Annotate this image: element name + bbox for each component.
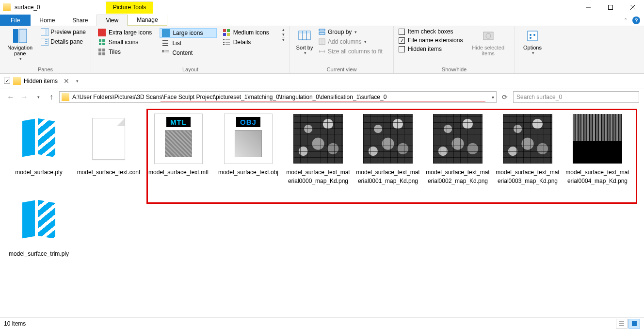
layout-medium-icons[interactable]: Medium icons (221, 28, 277, 37)
ply-icon (18, 117, 59, 161)
ribbon-tabs: File Home Share View Manage ⌃ ? (0, 15, 644, 26)
obj-icon: OBJ (224, 114, 273, 164)
svg-rect-4 (13, 29, 18, 43)
svg-rect-21 (162, 29, 170, 37)
close-button[interactable] (622, 0, 644, 15)
file-item[interactable]: model_surface_trim.ply (4, 194, 74, 258)
file-name: model_surface_trim.ply (9, 249, 69, 258)
options-button[interactable]: Options▾ (518, 27, 547, 56)
svg-rect-43 (319, 33, 325, 34)
collapse-ribbon-icon[interactable]: ⌃ (624, 17, 628, 23)
mtl-icon: MTL (154, 114, 203, 164)
item-count: 10 items (4, 320, 26, 327)
status-bar: 10 items (0, 317, 644, 329)
file-item[interactable]: model_surface.ply (4, 113, 74, 185)
tab-file[interactable]: File (0, 15, 31, 26)
hide-selected-items-button[interactable]: Hide selected items (465, 27, 512, 57)
maximize-button[interactable] (599, 0, 622, 15)
svg-rect-1 (609, 5, 613, 10)
tab-view[interactable]: View (97, 15, 128, 26)
window-title: surface_0 (15, 4, 40, 11)
svg-rect-29 (227, 29, 230, 32)
svg-rect-19 (98, 52, 101, 55)
refresh-button[interactable]: ⟳ (499, 93, 511, 101)
navigation-pane-label: Navigation pane (6, 45, 34, 56)
svg-rect-44 (319, 39, 325, 45)
layout-large-icons[interactable]: Large icons (160, 28, 216, 38)
layout-extra-large-icons[interactable]: Extra large icons (96, 28, 156, 37)
folder-icon (13, 77, 21, 85)
tab-home[interactable]: Home (31, 15, 64, 26)
recent-locations-button[interactable]: ▾ (32, 91, 44, 103)
file-name-extensions-checkbox[interactable]: ✓File name extensions (397, 36, 465, 45)
svg-rect-30 (223, 33, 226, 36)
large-icons-view-button[interactable] (628, 319, 640, 329)
svg-rect-7 (45, 29, 48, 35)
section-label-currentview: Current view (293, 66, 390, 73)
layout-small-icons[interactable]: Small icons (96, 38, 156, 47)
group-by-button[interactable]: Group by▾ (316, 27, 385, 37)
picture-tools-tab[interactable]: Picture Tools (106, 1, 153, 14)
texture-thumbnail (433, 114, 483, 164)
hidden-items-qat-label[interactable]: Hidden items (24, 78, 58, 84)
file-view[interactable]: model_surface.ply model_surface_text.con… (0, 106, 644, 310)
address-bar[interactable]: A:\User Folders\Pictures\3D Scans\Face S… (59, 91, 497, 103)
section-label-panes: Panes (3, 66, 88, 73)
preview-pane-button[interactable]: Preview pane (39, 27, 88, 37)
svg-rect-28 (223, 29, 226, 32)
checkbox-item-checkboxes-qat[interactable]: ✓ (4, 78, 10, 84)
chevron-down-icon[interactable]: ▾ (76, 79, 79, 83)
help-icon[interactable]: ? (632, 16, 640, 24)
tab-share[interactable]: Share (64, 15, 97, 26)
svg-rect-15 (99, 43, 101, 45)
search-placeholder: Search surface_0 (516, 94, 562, 100)
svg-point-51 (530, 34, 531, 36)
quick-access-toolbar: ✓ Hidden items ✕ ▾ (0, 74, 644, 88)
up-button[interactable]: ↑ (46, 91, 57, 103)
item-check-boxes-checkbox[interactable]: Item check boxes (397, 27, 465, 36)
folder-icon (3, 3, 11, 11)
texture-thumbnail (573, 114, 622, 164)
remove-qat-icon[interactable]: ✕ (61, 77, 72, 85)
layout-content[interactable]: Content (160, 49, 216, 57)
layout-tiles[interactable]: Tiles (96, 48, 156, 56)
ply-icon (18, 198, 59, 242)
sort-by-button[interactable]: Sort by▾ (293, 27, 316, 56)
svg-rect-14 (102, 39, 105, 42)
file-icon (92, 118, 125, 160)
size-all-columns-button[interactable]: Size all columns to fit (316, 47, 385, 56)
minimize-button[interactable] (577, 0, 599, 15)
search-input[interactable]: Search surface_0 (513, 91, 639, 103)
texture-thumbnail (503, 114, 552, 164)
svg-rect-39 (299, 31, 310, 33)
svg-rect-57 (632, 321, 637, 326)
chevron-down-icon[interactable]: ▾ (492, 95, 494, 100)
layout-more-button[interactable]: ▴▾▾ (279, 27, 287, 42)
layout-list[interactable]: List (160, 39, 216, 48)
tab-manage[interactable]: Manage (128, 15, 167, 26)
add-columns-button[interactable]: Add columns▾ (316, 37, 385, 47)
svg-rect-50 (528, 31, 537, 41)
navigation-pane-button[interactable]: Navigation pane ▾ (3, 27, 37, 62)
svg-rect-16 (102, 43, 105, 45)
svg-rect-17 (98, 49, 101, 51)
ribbon: Navigation pane ▾ Preview pane Details p… (0, 26, 644, 74)
svg-rect-20 (102, 52, 105, 55)
svg-rect-13 (99, 39, 101, 42)
svg-rect-18 (102, 49, 105, 51)
hidden-items-ribbon-checkbox[interactable]: Hidden items (397, 45, 465, 53)
section-label-showhide: Show/hide (397, 66, 512, 73)
address-path[interactable]: A:\User Folders\Pictures\3D Scans\Face S… (72, 94, 386, 100)
svg-rect-48 (483, 32, 493, 40)
file-item[interactable]: model_surface_text.conf (74, 113, 144, 185)
texture-thumbnail (293, 114, 343, 164)
svg-point-53 (530, 37, 531, 39)
forward-button[interactable]: → (18, 91, 30, 103)
details-view-button[interactable] (616, 319, 628, 329)
svg-point-52 (533, 34, 535, 36)
back-button[interactable]: ← (5, 91, 16, 103)
details-pane-button[interactable]: Details pane (39, 37, 88, 47)
layout-details[interactable]: Details (221, 38, 277, 47)
texture-thumbnail (363, 114, 413, 164)
annotation-underline (161, 101, 485, 102)
